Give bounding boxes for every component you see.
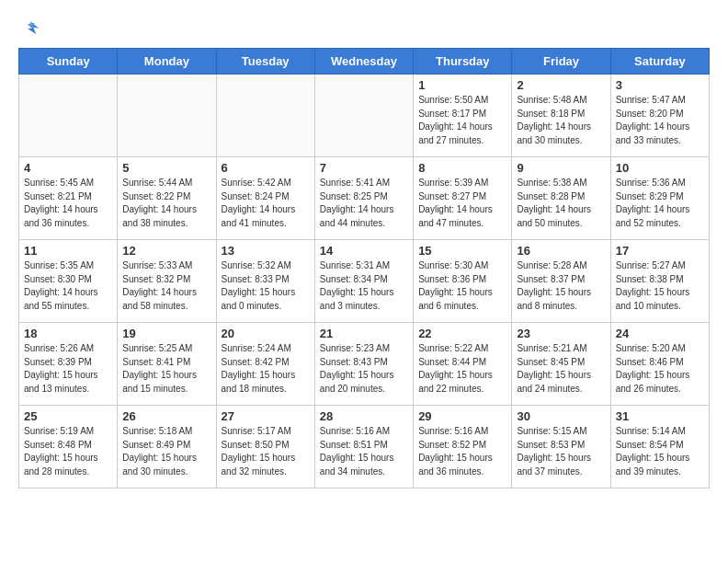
calendar-cell: 24Sunrise: 5:20 AM Sunset: 8:46 PM Dayli…: [610, 323, 709, 406]
calendar-cell: 1Sunrise: 5:50 AM Sunset: 8:17 PM Daylig…: [414, 75, 512, 157]
calendar-week-row: 25Sunrise: 5:19 AM Sunset: 8:48 PM Dayli…: [19, 406, 710, 488]
weekday-header-thursday: Thursday: [414, 49, 512, 75]
day-number: 7: [320, 161, 408, 175]
day-number: 10: [616, 161, 704, 175]
weekday-header-tuesday: Tuesday: [216, 49, 314, 75]
day-number: 27: [222, 409, 310, 423]
calendar-cell: 10Sunrise: 5:36 AM Sunset: 8:29 PM Dayli…: [610, 157, 709, 240]
calendar-cell: 31Sunrise: 5:14 AM Sunset: 8:54 PM Dayli…: [610, 406, 709, 488]
day-info: Sunrise: 5:42 AM Sunset: 8:24 PM Dayligh…: [222, 177, 310, 230]
day-number: 20: [222, 327, 310, 340]
day-number: 24: [616, 327, 704, 340]
page: SundayMondayTuesdayWednesdayThursdayFrid…: [0, 0, 728, 498]
calendar-cell: 6Sunrise: 5:42 AM Sunset: 8:24 PM Daylig…: [216, 157, 314, 240]
day-info: Sunrise: 5:39 AM Sunset: 8:27 PM Dayligh…: [418, 177, 506, 230]
day-number: 25: [24, 409, 112, 423]
weekday-header-sunday: Sunday: [19, 49, 118, 75]
day-info: Sunrise: 5:35 AM Sunset: 8:30 PM Dayligh…: [24, 259, 112, 313]
calendar-cell: 14Sunrise: 5:31 AM Sunset: 8:34 PM Dayli…: [314, 240, 413, 323]
calendar-header: SundayMondayTuesdayWednesdayThursdayFrid…: [19, 49, 710, 75]
day-info: Sunrise: 5:23 AM Sunset: 8:43 PM Dayligh…: [320, 342, 408, 396]
calendar-cell: 7Sunrise: 5:41 AM Sunset: 8:25 PM Daylig…: [314, 157, 413, 240]
calendar-cell: [118, 75, 216, 157]
day-number: 2: [517, 78, 605, 92]
calendar-cell: 21Sunrise: 5:23 AM Sunset: 8:43 PM Dayli…: [314, 323, 413, 406]
calendar-cell: 23Sunrise: 5:21 AM Sunset: 8:45 PM Dayli…: [512, 323, 610, 406]
calendar-cell: 27Sunrise: 5:17 AM Sunset: 8:50 PM Dayli…: [216, 406, 314, 488]
day-number: 17: [616, 244, 704, 258]
calendar-cell: 4Sunrise: 5:45 AM Sunset: 8:21 PM Daylig…: [19, 157, 118, 240]
day-number: 3: [616, 78, 704, 92]
day-info: Sunrise: 5:45 AM Sunset: 8:21 PM Dayligh…: [24, 177, 112, 230]
day-info: Sunrise: 5:48 AM Sunset: 8:18 PM Dayligh…: [517, 94, 605, 147]
calendar-cell: 15Sunrise: 5:30 AM Sunset: 8:36 PM Dayli…: [414, 240, 512, 323]
calendar-cell: 20Sunrise: 5:24 AM Sunset: 8:42 PM Dayli…: [216, 323, 314, 406]
day-number: 9: [517, 161, 605, 175]
calendar-cell: 13Sunrise: 5:32 AM Sunset: 8:33 PM Dayli…: [216, 240, 314, 323]
day-info: Sunrise: 5:28 AM Sunset: 8:37 PM Dayligh…: [517, 259, 605, 313]
calendar-cell: 3Sunrise: 5:47 AM Sunset: 8:20 PM Daylig…: [610, 75, 709, 157]
calendar-cell: [19, 75, 118, 157]
weekday-header-row: SundayMondayTuesdayWednesdayThursdayFrid…: [19, 49, 710, 75]
day-info: Sunrise: 5:33 AM Sunset: 8:32 PM Dayligh…: [122, 259, 210, 313]
day-info: Sunrise: 5:50 AM Sunset: 8:17 PM Dayligh…: [418, 94, 506, 147]
calendar-cell: 17Sunrise: 5:27 AM Sunset: 8:38 PM Dayli…: [610, 240, 709, 323]
day-info: Sunrise: 5:21 AM Sunset: 8:45 PM Dayligh…: [517, 342, 605, 396]
day-info: Sunrise: 5:24 AM Sunset: 8:42 PM Dayligh…: [222, 342, 310, 396]
logo-bird-icon: [20, 18, 40, 39]
day-number: 18: [24, 327, 112, 340]
day-info: Sunrise: 5:22 AM Sunset: 8:44 PM Dayligh…: [418, 342, 506, 396]
calendar-cell: 19Sunrise: 5:25 AM Sunset: 8:41 PM Dayli…: [118, 323, 216, 406]
day-number: 12: [122, 244, 210, 258]
calendar-cell: 29Sunrise: 5:16 AM Sunset: 8:52 PM Dayli…: [414, 406, 512, 488]
day-info: Sunrise: 5:15 AM Sunset: 8:53 PM Dayligh…: [517, 425, 605, 478]
day-info: Sunrise: 5:27 AM Sunset: 8:38 PM Dayligh…: [616, 259, 704, 313]
calendar-cell: [216, 75, 314, 157]
day-info: Sunrise: 5:25 AM Sunset: 8:41 PM Dayligh…: [122, 342, 210, 396]
day-number: 29: [418, 409, 506, 423]
day-number: 13: [222, 244, 310, 258]
calendar-body: 1Sunrise: 5:50 AM Sunset: 8:17 PM Daylig…: [19, 75, 710, 488]
day-info: Sunrise: 5:38 AM Sunset: 8:28 PM Dayligh…: [517, 177, 605, 230]
calendar-cell: 25Sunrise: 5:19 AM Sunset: 8:48 PM Dayli…: [19, 406, 118, 488]
logo: [18, 18, 40, 39]
day-info: Sunrise: 5:18 AM Sunset: 8:49 PM Dayligh…: [122, 425, 210, 478]
calendar-cell: 18Sunrise: 5:26 AM Sunset: 8:39 PM Dayli…: [19, 323, 118, 406]
day-info: Sunrise: 5:30 AM Sunset: 8:36 PM Dayligh…: [418, 259, 506, 313]
calendar-cell: 9Sunrise: 5:38 AM Sunset: 8:28 PM Daylig…: [512, 157, 610, 240]
day-number: 26: [122, 409, 210, 423]
calendar-cell: 11Sunrise: 5:35 AM Sunset: 8:30 PM Dayli…: [19, 240, 118, 323]
calendar-week-row: 18Sunrise: 5:26 AM Sunset: 8:39 PM Dayli…: [19, 323, 710, 406]
calendar-week-row: 4Sunrise: 5:45 AM Sunset: 8:21 PM Daylig…: [19, 157, 710, 240]
day-number: 5: [122, 161, 210, 175]
calendar-cell: 5Sunrise: 5:44 AM Sunset: 8:22 PM Daylig…: [118, 157, 216, 240]
day-info: Sunrise: 5:36 AM Sunset: 8:29 PM Dayligh…: [616, 177, 704, 230]
day-info: Sunrise: 5:20 AM Sunset: 8:46 PM Dayligh…: [616, 342, 704, 396]
day-number: 30: [517, 409, 605, 423]
day-info: Sunrise: 5:19 AM Sunset: 8:48 PM Dayligh…: [24, 425, 112, 478]
calendar-cell: 26Sunrise: 5:18 AM Sunset: 8:49 PM Dayli…: [118, 406, 216, 488]
day-info: Sunrise: 5:44 AM Sunset: 8:22 PM Dayligh…: [122, 177, 210, 230]
calendar-week-row: 1Sunrise: 5:50 AM Sunset: 8:17 PM Daylig…: [19, 75, 710, 157]
calendar-cell: 28Sunrise: 5:16 AM Sunset: 8:51 PM Dayli…: [314, 406, 413, 488]
day-info: Sunrise: 5:26 AM Sunset: 8:39 PM Dayligh…: [24, 342, 112, 396]
day-number: 1: [418, 78, 506, 92]
day-number: 4: [24, 161, 112, 175]
weekday-header-friday: Friday: [512, 49, 610, 75]
day-number: 15: [418, 244, 506, 258]
day-number: 14: [320, 244, 408, 258]
day-number: 11: [24, 244, 112, 258]
calendar-cell: 30Sunrise: 5:15 AM Sunset: 8:53 PM Dayli…: [512, 406, 610, 488]
day-number: 23: [517, 327, 605, 340]
weekday-header-monday: Monday: [118, 49, 216, 75]
day-number: 19: [122, 327, 210, 340]
day-info: Sunrise: 5:31 AM Sunset: 8:34 PM Dayligh…: [320, 259, 408, 313]
day-info: Sunrise: 5:14 AM Sunset: 8:54 PM Dayligh…: [616, 425, 704, 478]
day-info: Sunrise: 5:17 AM Sunset: 8:50 PM Dayligh…: [222, 425, 310, 478]
calendar-cell: 2Sunrise: 5:48 AM Sunset: 8:18 PM Daylig…: [512, 75, 610, 157]
calendar-cell: 22Sunrise: 5:22 AM Sunset: 8:44 PM Dayli…: [414, 323, 512, 406]
day-number: 31: [616, 409, 704, 423]
calendar-table: SundayMondayTuesdayWednesdayThursdayFrid…: [18, 48, 710, 488]
weekday-header-wednesday: Wednesday: [314, 49, 413, 75]
day-number: 16: [517, 244, 605, 258]
